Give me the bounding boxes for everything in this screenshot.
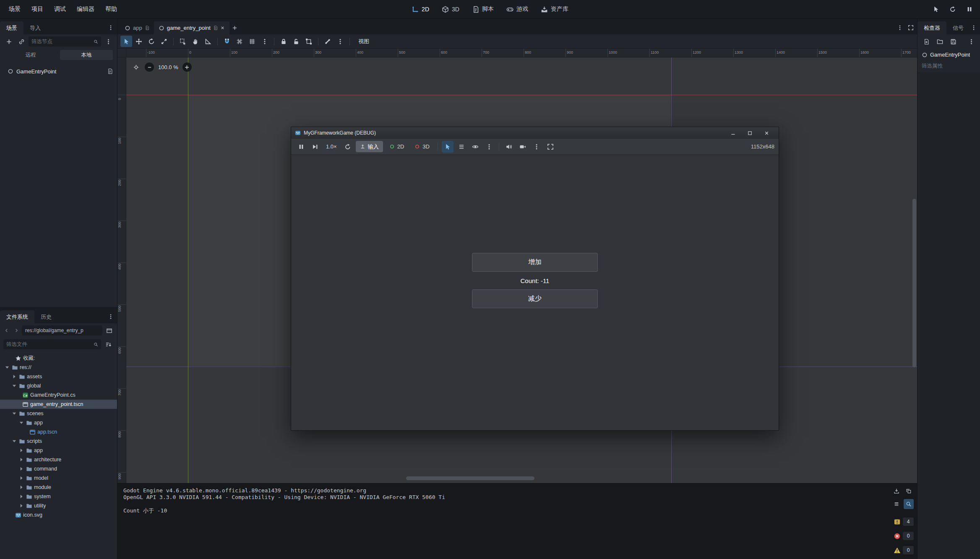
tab-signals[interactable]: 信号 [946, 21, 970, 34]
zoom-in-button[interactable] [182, 62, 192, 72]
pause-icon-button[interactable] [965, 5, 974, 14]
output-counter-message[interactable]: 4 [894, 517, 914, 526]
bone-tool-button[interactable] [322, 36, 334, 47]
pxsnap-tool-button[interactable] [234, 36, 245, 47]
workspace-tab-资产库[interactable]: 资产库 [537, 3, 573, 15]
mode-3d-toggle[interactable]: 3D [410, 141, 434, 152]
cursor-tool-button[interactable] [120, 36, 132, 47]
workspace-tab-3D[interactable]: 3D [438, 4, 464, 15]
minimize-button[interactable] [725, 127, 741, 139]
menubar-menu[interactable]: 项目 [26, 0, 49, 18]
fs-tree-item[interactable]: C#GameEntryPoint.cs [0, 390, 117, 400]
close-tab-icon[interactable] [220, 26, 225, 30]
tree-arrow-right-icon[interactable] [18, 457, 24, 463]
close-button[interactable] [758, 127, 775, 139]
dots-tool-button[interactable] [259, 36, 271, 47]
inspected-object[interactable]: GameEntryPoint [917, 49, 980, 59]
workspace-tab-脚本[interactable]: 脚本 [468, 3, 498, 15]
magnet-tool-button[interactable] [221, 36, 233, 47]
tree-arrow-right-icon[interactable] [18, 466, 24, 472]
menubar-menu[interactable]: 帮助 [100, 0, 122, 18]
fs-tree-item[interactable]: assets [0, 372, 117, 381]
zoom-level[interactable]: 100.0 % [158, 64, 178, 70]
node-list-button[interactable] [456, 141, 467, 153]
inspector-menu-icon[interactable] [966, 36, 977, 47]
tab-history[interactable]: 历史 [34, 310, 58, 323]
menubar-menu[interactable]: 调试 [49, 0, 71, 18]
fs-tree-item[interactable]: architecture [0, 455, 117, 464]
fs-tree-item[interactable]: app [0, 418, 117, 427]
camera-override-button[interactable] [517, 141, 529, 153]
tree-arrow-right-icon[interactable] [11, 374, 17, 380]
script-icon[interactable] [107, 68, 113, 74]
fs-tree-item[interactable]: scenes [0, 409, 117, 418]
next-frame-button[interactable] [309, 141, 321, 153]
file-sort-button[interactable] [103, 339, 114, 350]
dock-menu-icon[interactable] [106, 23, 115, 32]
fs-tree-item[interactable]: utility [0, 501, 117, 510]
scene-tabs-menu-icon[interactable] [895, 23, 904, 32]
mode-2d-toggle[interactable]: 2D [385, 141, 409, 152]
view-menu-button[interactable]: 视图 [353, 36, 374, 47]
horizontal-scrollbar[interactable] [406, 476, 534, 480]
local-toggle[interactable]: 本地 [60, 50, 113, 60]
scene-node-row[interactable]: GameEntryPoint [0, 66, 117, 76]
history-back-button[interactable] [3, 326, 11, 335]
reset-speed-button[interactable] [342, 141, 354, 153]
decrease-button[interactable]: 减少 [472, 289, 598, 308]
game-window[interactable]: MyGFrameworkGame (DEBUG) 1.0× 输入 2D 3D [291, 127, 779, 431]
save-resource-button[interactable] [948, 36, 959, 47]
fs-tree-item[interactable]: app [0, 446, 117, 455]
tab-inspector[interactable]: 检查器 [917, 21, 946, 34]
output-counter-warning[interactable]: 0 [894, 546, 914, 554]
center-view-icon[interactable] [131, 62, 141, 72]
fs-tree-item[interactable]: res:// [0, 363, 117, 372]
search-output-button[interactable] [904, 499, 914, 509]
tab-import[interactable]: 导入 [23, 21, 47, 34]
ruler-tool-button[interactable] [202, 36, 214, 47]
camera-options-icon[interactable] [531, 141, 542, 153]
fs-tree-item[interactable]: global [0, 381, 117, 390]
vertical-scrollbar[interactable] [912, 199, 916, 367]
copy-output-button[interactable] [904, 486, 914, 496]
dock-menu-icon[interactable] [969, 23, 978, 32]
remote-toggle[interactable]: 远程 [4, 50, 57, 60]
workspace-tab-2D[interactable]: 2D [407, 4, 433, 15]
scene-tree-menu-button[interactable] [103, 36, 114, 47]
tree-arrow-right-icon[interactable] [18, 447, 24, 453]
maximize-button[interactable] [741, 127, 758, 139]
fs-tree-item[interactable]: module [0, 483, 117, 492]
scene-tab-app[interactable]: app [120, 21, 154, 34]
dock-menu-icon[interactable] [106, 312, 115, 321]
fs-tree-item[interactable]: system [0, 492, 117, 501]
tab-scene[interactable]: 场景 [0, 21, 23, 34]
input-mode-toggle[interactable]: 输入 [356, 141, 383, 152]
grid-tool-button[interactable] [246, 36, 258, 47]
tree-arrow-right-icon[interactable] [18, 503, 24, 509]
group-tool-button[interactable] [303, 36, 315, 47]
add-node-button[interactable] [3, 36, 14, 47]
restart-icon-button[interactable] [948, 5, 957, 14]
scale-tool-button[interactable] [158, 36, 170, 47]
tree-arrow-right-icon[interactable] [18, 475, 24, 481]
visibility-button[interactable] [469, 141, 481, 153]
menubar-menu[interactable]: 编辑器 [71, 0, 100, 18]
pause-game-button[interactable] [295, 141, 307, 153]
increase-button[interactable]: 增加 [472, 253, 598, 272]
fs-tree-item[interactable]: command [0, 464, 117, 473]
select-options-icon[interactable] [483, 141, 495, 153]
cursor-icon-button[interactable] [931, 5, 941, 14]
load-resource-button[interactable] [934, 36, 945, 47]
tree-arrow-down-icon[interactable] [11, 383, 17, 389]
tree-arrow-down-icon[interactable] [11, 438, 17, 444]
fs-tree-item[interactable]: model [0, 473, 117, 483]
select-mode-button[interactable] [442, 141, 454, 153]
zoom-out-button[interactable] [145, 62, 154, 72]
history-forward-button[interactable] [12, 326, 21, 335]
current-path-input[interactable] [25, 328, 99, 333]
clear-output-button[interactable] [891, 486, 902, 496]
tab-filesystem[interactable]: 文件系统 [0, 310, 34, 323]
tree-arrow-right-icon[interactable] [18, 494, 24, 499]
mute-audio-button[interactable] [503, 141, 515, 153]
tree-arrow-down-icon[interactable] [18, 420, 24, 426]
